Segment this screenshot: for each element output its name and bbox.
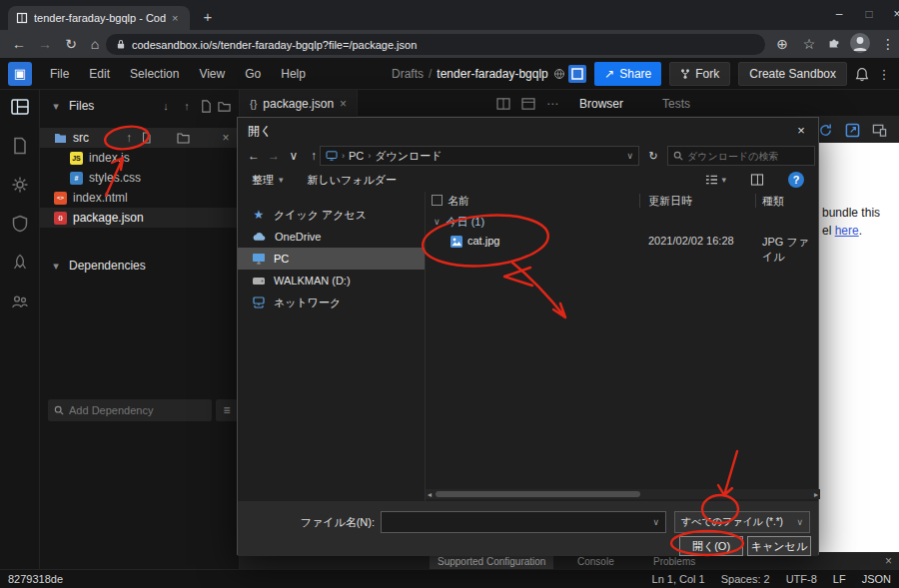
dialog-address-bar[interactable]: › PC › ダウンロード ∨ — [320, 146, 639, 166]
addr-segment-downloads[interactable]: ダウンロード — [375, 149, 442, 164]
preview-here-link[interactable]: here — [835, 224, 859, 238]
dependency-list-button[interactable]: ≡ — [216, 399, 238, 421]
add-file-icon[interactable] — [141, 128, 153, 148]
recent-locations-icon[interactable]: ∨ — [284, 149, 304, 163]
filetype-combo[interactable]: すべてのファイル (*.*) ∨ — [674, 511, 810, 533]
dialog-close-icon[interactable]: × — [784, 118, 818, 144]
column-modified[interactable]: 更新日時 — [648, 194, 692, 209]
explorer-icon[interactable] — [11, 98, 29, 116]
responsive-mode-icon[interactable] — [872, 123, 887, 138]
column-divider-2[interactable] — [755, 194, 756, 208]
settings-gear-icon[interactable] — [11, 176, 29, 194]
dialog-titlebar[interactable]: 開く — [238, 118, 818, 144]
menu-selection[interactable]: Selection — [120, 67, 189, 81]
browser-forward-button[interactable]: → — [34, 33, 56, 55]
menu-go[interactable]: Go — [235, 67, 271, 81]
preview-refresh-icon[interactable] — [818, 123, 833, 138]
add-directory-icon[interactable] — [177, 128, 190, 148]
tree-file-package-json[interactable]: {} package.json — [40, 208, 239, 228]
install-icon[interactable]: ⊕ — [771, 33, 793, 55]
dialog-search-box[interactable] — [667, 146, 815, 166]
filename-combo[interactable]: ∨ — [381, 511, 666, 533]
create-sandbox-button[interactable]: Create Sandbox — [738, 62, 847, 86]
window-minimize-button[interactable]: – — [825, 0, 853, 28]
split-view-icon[interactable] — [496, 98, 510, 110]
addr-segment-pc[interactable]: PC — [349, 150, 364, 162]
upload-files-icon[interactable]: ↑ — [179, 100, 195, 112]
header-kebab-icon[interactable]: ⋮ — [877, 67, 891, 82]
menu-edit[interactable]: Edit — [79, 67, 120, 81]
nav-item-quick-access[interactable]: ★ クイック アクセス — [238, 204, 425, 226]
browser-home-button[interactable]: ⌂ — [84, 33, 106, 55]
preview-tab-browser[interactable]: Browser — [579, 97, 623, 111]
shield-icon[interactable] — [11, 215, 29, 233]
cancel-button[interactable]: キャンセル — [747, 536, 811, 556]
column-name[interactable]: 名前 — [448, 194, 469, 209]
select-all-checkbox[interactable] — [432, 195, 443, 206]
preview-tab-tests[interactable]: Tests — [662, 97, 690, 111]
column-divider-1[interactable] — [639, 194, 640, 208]
nav-item-onedrive[interactable]: OneDrive — [238, 226, 425, 248]
profile-avatar[interactable] — [850, 33, 870, 53]
upload-file-icon[interactable]: ↑ — [122, 128, 136, 148]
tree-file-index-html[interactable]: <> index.html — [40, 188, 239, 208]
tab-close-icon[interactable]: × — [172, 12, 178, 24]
open-button[interactable]: 開く(O) — [679, 536, 743, 556]
status-language-mode[interactable]: JSON — [862, 573, 891, 585]
menu-file[interactable]: File — [40, 67, 79, 81]
menu-view[interactable]: View — [189, 67, 235, 81]
nav-item-pc[interactable]: PC — [238, 248, 425, 270]
share-button[interactable]: ↗ Share — [594, 62, 661, 86]
file-row-cat-jpg[interactable]: cat.jpg 2021/02/02 16:28 JPG ファイル — [426, 232, 820, 252]
tree-file-index-js[interactable]: JS index.js — [40, 148, 239, 168]
tree-file-styles-css[interactable]: # styles.css — [40, 168, 239, 188]
tree-folder-src[interactable]: src ↑ × — [40, 128, 239, 148]
window-close-button[interactable]: × — [883, 0, 899, 28]
fork-button[interactable]: Fork — [669, 62, 730, 86]
scroll-right-icon[interactable]: ▸ — [814, 490, 818, 499]
status-cursor-position[interactable]: Ln 1, Col 1 — [652, 573, 705, 585]
collapse-caret-icon[interactable]: ▾ — [48, 100, 64, 113]
status-encoding[interactable]: UTF-8 — [786, 573, 817, 585]
new-file-icon[interactable] — [200, 100, 213, 113]
menu-help[interactable]: Help — [271, 67, 316, 81]
extensions-icon[interactable] — [827, 36, 841, 50]
scrollbar-thumb[interactable] — [436, 491, 640, 497]
column-type[interactable]: 種類 — [762, 194, 784, 209]
nav-item-walkman[interactable]: WALKMAN (D:) — [238, 270, 425, 292]
new-tab-button[interactable]: + — [196, 5, 220, 29]
editor-tab-package-json[interactable]: {} package.json × — [240, 90, 358, 117]
new-folder-button[interactable]: 新しいフォルダー — [308, 173, 398, 188]
editor-tab-close-icon[interactable]: × — [340, 97, 347, 111]
add-dependency-box[interactable] — [48, 399, 212, 421]
nav-item-network[interactable]: ネットワーク — [238, 292, 425, 313]
live-collaboration-icon[interactable] — [11, 293, 29, 310]
sandbox-preview-logo-icon[interactable] — [568, 65, 586, 83]
sort-down-icon[interactable]: ↓ — [158, 100, 174, 112]
notifications-bell-icon[interactable] — [855, 67, 869, 82]
breadcrumb-sandbox-name[interactable]: tender-faraday-bgqlp — [437, 67, 547, 81]
dialog-forward-button[interactable]: → — [264, 149, 284, 163]
filename-input[interactable] — [382, 516, 652, 528]
status-indentation[interactable]: Spaces: 2 — [721, 573, 770, 585]
addr-dropdown-icon[interactable]: ∨ — [626, 151, 633, 161]
dialog-search-input[interactable] — [687, 151, 802, 162]
dialog-refresh-icon[interactable]: ↻ — [643, 146, 663, 166]
delete-icon[interactable]: × — [219, 128, 233, 148]
view-selector-button[interactable]: ▾ — [705, 174, 726, 186]
codesandbox-logo[interactable]: ▣ — [8, 62, 32, 86]
status-eol[interactable]: LF — [833, 573, 846, 585]
group-today[interactable]: ∨ 今日 (1) — [434, 214, 484, 230]
browser-menu-kebab-icon[interactable]: ⋮ — [877, 33, 899, 55]
open-in-new-window-icon[interactable] — [845, 123, 860, 138]
more-options-icon[interactable]: ⋯ — [546, 97, 558, 111]
scroll-left-icon[interactable]: ◂ — [428, 490, 432, 499]
preview-pane-icon[interactable] — [750, 174, 764, 186]
deployment-rocket-icon[interactable] — [11, 254, 29, 272]
file-icon[interactable] — [11, 137, 29, 155]
new-folder-icon[interactable] — [218, 100, 231, 113]
help-icon[interactable]: ? — [788, 172, 804, 188]
add-dependency-input[interactable] — [69, 404, 189, 416]
filename-dropdown-icon[interactable]: ∨ — [652, 517, 665, 527]
browser-reload-button[interactable]: ↻ — [60, 33, 82, 55]
